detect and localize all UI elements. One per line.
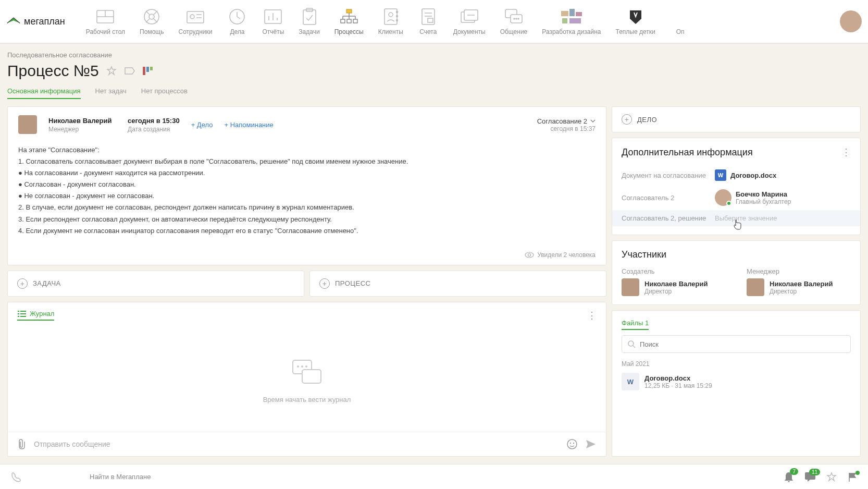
add-reminder-link[interactable]: + Напоминание [224, 121, 273, 129]
eye-icon [525, 252, 534, 258]
tag-icon[interactable] [124, 67, 135, 75]
owner-avatar[interactable] [18, 115, 37, 134]
doc-label: Документ на согласование [622, 172, 708, 179]
tab-no-processes[interactable]: Нет процессов [141, 87, 188, 99]
tab-main-info[interactable]: Основная информация [7, 87, 81, 99]
approver2-label: Согласователь 2 [622, 194, 708, 202]
journal-tab[interactable]: Журнал [17, 310, 54, 321]
top-navigation: мегаплан Рабочий стол Помощь Сотрудники … [0, 0, 868, 44]
svg-point-57 [528, 253, 531, 256]
nav-item-employees[interactable]: Сотрудники [178, 7, 212, 35]
list-icon [17, 310, 27, 317]
svg-rect-51 [562, 18, 567, 23]
emoji-icon[interactable] [566, 438, 578, 450]
svg-point-32 [389, 13, 393, 17]
svg-point-56 [525, 252, 534, 258]
svg-line-8 [154, 19, 157, 22]
svg-point-66 [297, 365, 299, 368]
add-delo-link[interactable]: + Дело [191, 121, 213, 129]
svg-rect-54 [146, 67, 149, 72]
creator-person[interactable]: Николаев Валерий Директор [622, 278, 726, 296]
svg-point-69 [567, 439, 577, 449]
stage-time: сегодня в 15:37 [537, 125, 596, 132]
svg-rect-49 [569, 9, 575, 16]
nav-item-more[interactable]: Оп [670, 7, 691, 35]
svg-rect-39 [428, 18, 433, 22]
kanban-icon[interactable] [143, 67, 153, 75]
plus-icon: + [319, 278, 330, 289]
nav-item-tasks[interactable]: Задачи [299, 7, 319, 35]
empty-journal-icon [289, 356, 325, 387]
manager-person[interactable]: Николаев Валерий Директор [747, 278, 851, 296]
journal-menu-icon[interactable]: ⋮ [587, 310, 597, 321]
plus-icon: + [622, 114, 632, 125]
files-tab[interactable]: Файлы 1 [622, 319, 649, 330]
nav-item-processes[interactable]: Процессы [334, 7, 364, 35]
main-info-card: Николаев Валерий Менеджер сегодня в 15:3… [7, 106, 606, 265]
decision-label: Согласователь 2, решение [622, 214, 708, 222]
star-icon[interactable] [106, 66, 117, 76]
svg-point-10 [190, 15, 194, 19]
cursor-pointer-icon [733, 219, 741, 230]
nav-item-design[interactable]: Разработка дизайна [542, 7, 601, 35]
nav-item-documents[interactable]: Документы [453, 7, 486, 35]
created-value: сегодня в 15:30 [128, 117, 180, 125]
creator-avatar [622, 278, 639, 296]
extra-info-title: Дополнительная информация [622, 147, 753, 158]
nav-item-desktop[interactable]: Рабочий стол [86, 7, 125, 35]
created-label: Дата создания [128, 126, 180, 133]
manager-avatar [747, 278, 764, 296]
delo-header-button[interactable]: + ДЕЛО [612, 106, 861, 132]
svg-point-33 [396, 11, 398, 13]
logo-icon [6, 14, 21, 29]
description-body: На этапе "Согласование": 1. Согласовател… [8, 134, 606, 247]
owner-name[interactable]: Николаев Валерий [48, 117, 116, 125]
nav-item-clients[interactable]: Клиенты [378, 7, 403, 35]
approver2-value[interactable]: Боечко Марина Главный бухгалтер [715, 189, 851, 206]
chevron-down-icon [590, 119, 596, 123]
breadcrumb[interactable]: Последовательное согласование [7, 51, 861, 59]
extra-menu-icon[interactable]: ⋮ [841, 146, 851, 158]
nav-item-invoices[interactable]: Счета [418, 7, 439, 35]
owner-role: Менеджер [48, 126, 116, 133]
attach-icon[interactable] [17, 438, 27, 450]
svg-rect-50 [576, 12, 582, 16]
search-icon [627, 340, 636, 348]
svg-point-4 [149, 14, 154, 19]
stage-dropdown[interactable]: Согласование 2 [537, 117, 596, 125]
svg-point-47 [518, 18, 519, 19]
svg-rect-28 [341, 19, 345, 23]
tab-no-tasks[interactable]: Нет задач [95, 87, 127, 99]
svg-line-7 [146, 19, 150, 22]
svg-point-72 [628, 341, 634, 346]
journal-card: Журнал ⋮ Время начать вести журнал [7, 302, 606, 457]
nav-item-help[interactable]: Помощь [140, 7, 164, 35]
svg-rect-20 [303, 10, 316, 25]
svg-point-34 [396, 16, 398, 17]
nav-item-dela[interactable]: Дела [227, 7, 247, 35]
files-month: Май 2021 [622, 360, 851, 368]
file-item[interactable]: W Договор.docx 12,25 КБ · 31 мая 15:29 [622, 373, 851, 390]
svg-rect-29 [347, 19, 351, 23]
seen-row[interactable]: Увидели 2 человека [8, 247, 606, 265]
logo[interactable]: мегаплан [6, 14, 65, 29]
svg-line-6 [154, 11, 157, 15]
nav-item-warm[interactable]: Теплые детки [615, 7, 655, 35]
nav-item-chat[interactable]: Общение [500, 7, 528, 35]
svg-line-15 [237, 17, 240, 19]
svg-rect-30 [353, 19, 357, 23]
svg-rect-65 [302, 370, 321, 383]
svg-rect-53 [143, 67, 145, 75]
svg-point-35 [396, 20, 398, 21]
add-task-button[interactable]: + ЗАДАЧА [7, 271, 304, 297]
send-icon[interactable] [585, 439, 597, 449]
nav-item-reports[interactable]: Отчёты [262, 7, 284, 35]
files-search-input[interactable] [640, 340, 845, 348]
svg-point-67 [301, 365, 303, 368]
files-search[interactable] [622, 335, 851, 353]
svg-rect-22 [346, 9, 352, 13]
message-input[interactable] [34, 440, 559, 448]
user-avatar[interactable] [840, 10, 862, 32]
add-process-button[interactable]: + ПРОЦЕСС [309, 271, 606, 297]
doc-value[interactable]: W Договор.docx [715, 169, 851, 181]
